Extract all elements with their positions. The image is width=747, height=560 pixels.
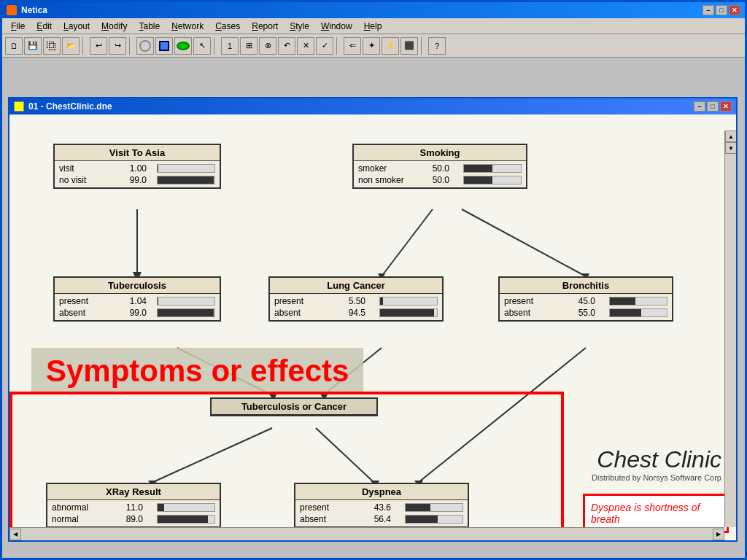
- menu-file[interactable]: File: [5, 20, 31, 33]
- doc-minimize[interactable]: –: [694, 101, 705, 112]
- scroll-right-button[interactable]: ▶: [713, 529, 724, 540]
- smoking-title: Smoking: [354, 145, 526, 161]
- no-visit-label: no visit: [59, 175, 110, 185]
- network-canvas[interactable]: Visit To Asia visit 1.00 no visit 99.0: [9, 114, 736, 540]
- tb-absent-row: absent 99.0: [58, 307, 217, 319]
- menu-report[interactable]: Report: [246, 20, 284, 33]
- chest-clinic-title: Chest Clinic: [592, 446, 721, 473]
- menu-edit[interactable]: Edit: [31, 20, 58, 33]
- menu-style[interactable]: Style: [284, 20, 315, 33]
- tb-present-value: 1.04: [117, 296, 147, 306]
- menu-bar: File Edit Layout Modify Table Network Ca…: [2, 18, 745, 34]
- dyspnea-note-text: Dyspnea is shortness of breath: [591, 502, 700, 525]
- xray-title: XRay Result: [47, 484, 220, 500]
- rect-tool[interactable]: [155, 37, 173, 55]
- tb-absent-value: 99.0: [117, 308, 147, 318]
- scroll-left-button[interactable]: ◀: [9, 529, 21, 540]
- xray-abnormal-bar: [157, 503, 215, 512]
- xray-abnormal-row: abnormal 11.0: [50, 502, 217, 513]
- br-present-row: present 45.0: [503, 295, 669, 307]
- tuberculosis-node[interactable]: Tuberculosis present 1.04 absent 99.0: [53, 276, 221, 322]
- open-button[interactable]: 📂: [62, 37, 80, 55]
- symptoms-text: Symptoms or effects: [46, 354, 349, 388]
- bronchitis-rows: present 45.0 absent 55.0: [500, 294, 672, 320]
- svg-line-7: [418, 348, 586, 483]
- node-tool[interactable]: [174, 37, 192, 55]
- doc-close[interactable]: ✕: [720, 101, 732, 112]
- dy-absent-label: absent: [300, 514, 351, 524]
- menu-modify[interactable]: Modify: [96, 20, 133, 33]
- tool9[interactable]: ⚡: [382, 37, 399, 55]
- tb-or-cancer-node[interactable]: Tuberculosis or Cancer: [210, 397, 378, 416]
- dy-present-row: present 43.6: [298, 502, 465, 513]
- scroll-up-button[interactable]: ▲: [725, 131, 736, 142]
- menu-help[interactable]: Help: [358, 20, 388, 33]
- tb-present-label: present: [59, 296, 110, 306]
- xray-normal-row: normal 89.0: [50, 513, 217, 525]
- menu-network[interactable]: Network: [166, 20, 209, 33]
- tool8[interactable]: ✦: [363, 37, 380, 55]
- menu-window[interactable]: Window: [315, 20, 358, 33]
- dyspnea-node[interactable]: Dyspnea present 43.6 absent 56.4: [294, 483, 469, 528]
- redo-button[interactable]: ↪: [109, 37, 126, 55]
- maximize-button[interactable]: □: [716, 5, 727, 15]
- undo-button[interactable]: ↩: [90, 37, 107, 55]
- main-window: Netica – □ ✕ File Edit Layout Modify Tab…: [0, 0, 747, 560]
- br-absent-bar: [609, 308, 667, 317]
- scrollbar-vertical[interactable]: ▲ ▼: [724, 131, 736, 527]
- tool4[interactable]: ↶: [278, 37, 295, 55]
- lung-cancer-title: Lung Cancer: [270, 278, 442, 294]
- scrollbar-horizontal[interactable]: ◀ ▶: [9, 527, 724, 540]
- visit-value: 1.00: [117, 163, 147, 174]
- tool3[interactable]: ⊗: [259, 37, 276, 55]
- count-btn[interactable]: 1: [221, 37, 239, 55]
- tool2[interactable]: ⊞: [240, 37, 258, 55]
- svg-line-5: [152, 428, 272, 483]
- non-smoker-bar: [463, 176, 522, 184]
- menu-cases[interactable]: Cases: [209, 20, 246, 33]
- doc-maximize[interactable]: □: [707, 101, 719, 112]
- new-button[interactable]: 🗋: [5, 37, 23, 55]
- smoking-node[interactable]: Smoking smoker 50.0 non smoker 50.0: [352, 144, 527, 189]
- tool7[interactable]: ⇐: [344, 37, 361, 55]
- tb-absent-bar: [157, 308, 215, 317]
- copy-button[interactable]: ⿻: [43, 37, 61, 55]
- br-absent-row: absent 55.0: [503, 307, 669, 319]
- tb-absent-label: absent: [59, 308, 110, 318]
- chest-clinic-branding: Chest Clinic Distributed by Norsys Softw…: [592, 446, 721, 482]
- no-visit-value: 99.0: [117, 175, 147, 185]
- br-absent-value: 55.0: [566, 308, 595, 318]
- menu-layout[interactable]: Layout: [58, 20, 96, 33]
- xray-normal-label: normal: [52, 514, 103, 524]
- app-title: Netica: [21, 5, 47, 15]
- br-present-value: 45.0: [566, 296, 595, 306]
- select-tool[interactable]: ↖: [193, 37, 211, 55]
- doc-title-bar: 01 - ChestClinic.dne – □ ✕: [9, 98, 736, 114]
- tuberculosis-rows: present 1.04 absent 99.0: [55, 294, 220, 320]
- oval-tool[interactable]: [136, 37, 154, 55]
- xray-node[interactable]: XRay Result abnormal 11.0 normal 89.0: [46, 483, 221, 528]
- xray-normal-bar: [157, 515, 215, 524]
- non-smoker-value: 50.0: [420, 175, 449, 185]
- bronchitis-node[interactable]: Bronchitis present 45.0 absent 55.0: [498, 276, 673, 322]
- smoker-value: 50.0: [420, 163, 449, 174]
- tool10[interactable]: ⬛: [400, 37, 418, 55]
- minimize-button[interactable]: –: [703, 5, 714, 15]
- lung-cancer-node[interactable]: Lung Cancer present 5.50 absent 94.5: [268, 276, 444, 322]
- tool5[interactable]: ✕: [297, 37, 314, 55]
- tool6[interactable]: ✓: [316, 37, 333, 55]
- help-tool[interactable]: ?: [428, 37, 446, 55]
- xray-abnormal-label: abnormal: [52, 502, 103, 513]
- doc-icon: [14, 101, 24, 112]
- dy-absent-bar: [405, 515, 463, 524]
- save-button[interactable]: 💾: [24, 37, 42, 55]
- scroll-down-button[interactable]: ▼: [725, 142, 736, 154]
- close-button[interactable]: ✕: [729, 5, 740, 15]
- visit-to-asia-node[interactable]: Visit To Asia visit 1.00 no visit 99.0: [53, 144, 221, 189]
- smoker-row: smoker 50.0: [357, 163, 523, 174]
- visit-label: visit: [59, 163, 110, 174]
- menu-table[interactable]: Table: [133, 20, 166, 33]
- xray-rows: abnormal 11.0 normal 89.0: [47, 500, 220, 526]
- app-title-bar: Netica – □ ✕: [2, 2, 745, 18]
- visit-bar: [157, 164, 215, 173]
